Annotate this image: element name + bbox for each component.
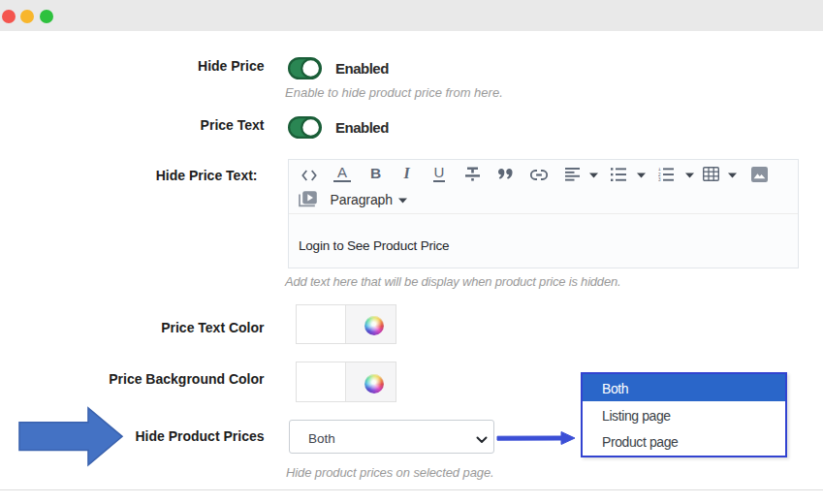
svg-text:3: 3 [658, 177, 661, 181]
